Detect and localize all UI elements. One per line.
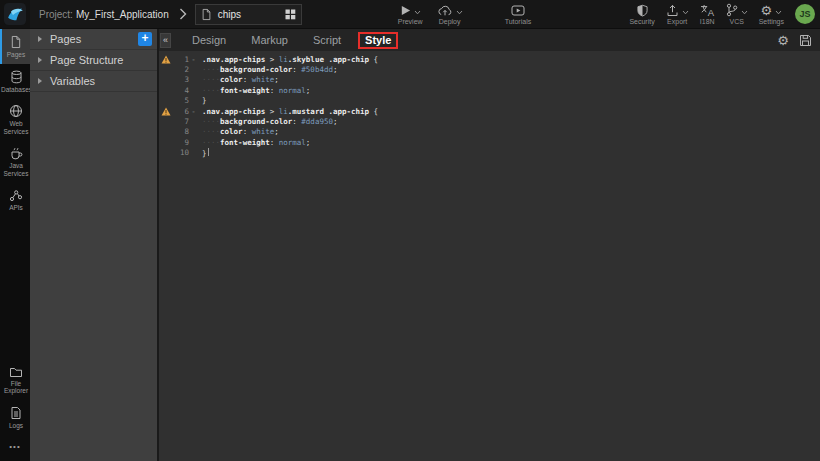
fold-marker[interactable]: - [189,55,198,64]
cloud-upload-icon [437,4,453,16]
rail-item-apis[interactable]: APIs [0,182,30,217]
panel-section-variables[interactable]: Variables [30,71,157,92]
code-token: { [369,55,378,64]
coffee-icon [9,146,23,160]
code-token: ; [333,117,338,126]
code-line[interactable]: 3····color: white; [159,75,820,85]
top-bar: Project:My_First_Application chips [0,0,820,29]
chevron-down-icon [414,10,421,15]
code-line[interactable]: 10} [159,148,820,158]
rail-item-file-explorer[interactable]: File Explorer [0,360,30,400]
rail-label: File Explorer [2,380,30,395]
code-token: ···· [202,65,220,74]
save-icon[interactable] [799,34,812,47]
rail-item-java-services[interactable]: Java Services [0,140,30,182]
code-token: ; [306,86,311,95]
code-token: : [243,127,252,136]
deploy-button[interactable]: Deploy [437,3,463,25]
chevron-down-icon [456,10,463,15]
panel-section-label: Variables [50,75,152,87]
code-line-text: ····color: white; [202,75,279,84]
warning-gutter [159,55,173,64]
code-token: } [202,149,207,158]
panel-section-page-structure[interactable]: Page Structure [30,50,157,71]
svg-text:A: A [708,7,715,17]
code-token: ···· [202,86,220,95]
code-token: color [220,75,243,84]
code-line[interactable]: 6-.nav.app-chips > li.mustard .app-chip … [159,106,820,116]
code-line[interactable]: 4····font-weight: normal; [159,85,820,95]
user-avatar[interactable]: JS [795,4,815,24]
editor-settings-icon[interactable]: ⚙ [777,34,789,47]
code-line-text: ····color: white; [202,127,279,136]
line-number: 4 [173,86,189,95]
code-line-text: ····background-color: #50b4dd; [202,65,337,74]
code-line[interactable]: 8····color: white; [159,127,820,137]
tab-script[interactable]: Script [309,32,345,48]
code-token: ; [306,138,311,147]
code-token: font-weight [220,138,270,147]
grid-view-icon[interactable] [285,9,296,20]
topbar-actions-right: Security Export A I18N [629,3,815,25]
code-token: ···· [202,127,220,136]
rail-item-databases[interactable]: Databases [0,64,30,99]
tab-markup[interactable]: Markup [247,32,292,48]
preview-button[interactable]: Preview [398,3,423,25]
panel-section-label: Page Structure [50,54,152,66]
rail-item-web-services[interactable]: Web Services [0,98,30,140]
line-number: 3 [173,75,189,84]
editor-area: « Design Markup Script Style ⚙ 1-.nav.ap… [159,29,820,461]
rail-item-logs[interactable]: Logs [0,400,30,435]
open-page-name: chips [218,9,279,20]
collapse-panel-button[interactable]: « [160,33,171,48]
line-number: 9 [173,138,189,147]
topbar-actions-left: Preview Deploy Tutorials [398,3,532,25]
code-token: .nav.app-chips [202,55,265,64]
panel-section-pages[interactable]: Pages + [30,29,157,50]
code-token: #50b4dd [301,65,333,74]
code-token: : [292,117,301,126]
line-number: 6 [173,107,189,116]
gear-icon: ⚙ [761,4,773,17]
code-token: } [202,96,207,105]
export-button[interactable]: Export [666,3,689,25]
tab-design[interactable]: Design [188,32,230,48]
i18n-button[interactable]: A I18N [700,3,715,25]
code-line[interactable]: 2····background-color: #50b4dd; [159,64,820,74]
editor-tab-bar: « Design Markup Script Style ⚙ [159,29,820,51]
folder-icon [9,366,23,378]
code-token: background-color [220,117,292,126]
code-token: .mustard [288,107,324,116]
line-number: 5 [173,96,189,105]
rail-item-pages[interactable]: Pages [0,29,30,64]
code-line[interactable]: 1-.nav.app-chips > li.skyblue .app-chip … [159,54,820,64]
vcs-button[interactable]: VCS [726,3,748,25]
code-editor[interactable]: 1-.nav.app-chips > li.skyblue .app-chip … [159,51,820,461]
chevron-down-icon [682,10,689,15]
code-line[interactable]: 5} [159,96,820,106]
warning-gutter [159,107,173,116]
code-line[interactable]: 9····font-weight: normal; [159,137,820,147]
fold-marker[interactable]: - [189,107,198,116]
tab-style[interactable]: Style [358,32,398,49]
add-page-button[interactable]: + [138,32,152,46]
security-button[interactable]: Security [629,3,654,25]
settings-button[interactable]: ⚙ Settings [759,3,784,25]
code-token: ; [274,127,279,136]
code-token: .app-chip [328,107,369,116]
code-line[interactable]: 7····background-color: #dda950; [159,116,820,126]
code-line-text: .nav.app-chips > li.mustard .app-chip { [202,107,378,116]
code-token: li [279,107,288,116]
code-token: ···· [202,117,220,126]
more-options-icon[interactable]: ••• [0,434,30,461]
app-logo[interactable] [0,0,30,28]
tutorials-button[interactable]: Tutorials [505,3,532,25]
globe-icon [9,104,23,118]
settings-label: Settings [759,18,784,25]
code-line-text: ····font-weight: normal; [202,138,310,147]
code-token: : [243,75,252,84]
caret-right-icon [38,36,42,42]
code-line-text: ····background-color: #dda950; [202,117,337,126]
open-page-tab[interactable]: chips [195,4,302,25]
code-token: : [292,65,301,74]
